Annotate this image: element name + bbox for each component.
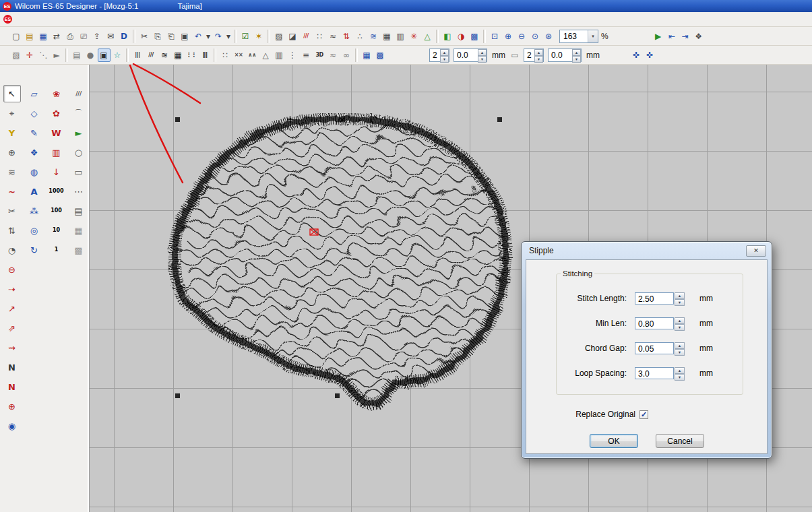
digitize-run-tool[interactable]: ✎ <box>26 124 43 141</box>
motif-d-icon[interactable]: △ <box>259 49 272 62</box>
redo-dropdown-icon[interactable]: ▾ <box>226 30 232 43</box>
menu-view[interactable] <box>37 18 48 21</box>
texture-icon[interactable]: ▩ <box>70 241 88 259</box>
spinner-buttons[interactable]: ▲▼ <box>440 49 449 61</box>
embroidery-design[interactable] <box>165 113 516 416</box>
menu-file[interactable] <box>15 18 26 21</box>
underlay-icon[interactable]: ≡ <box>300 49 313 62</box>
travel-1000-tool[interactable]: 1000 <box>48 183 65 200</box>
travel-start-icon[interactable]: ⇤ <box>665 30 678 43</box>
undo-icon[interactable]: ↶ <box>192 30 205 43</box>
grid-spacing2-input[interactable]: 0.0 ▲▼ <box>548 49 582 62</box>
field-input[interactable]: 2.50 <box>635 292 674 305</box>
grid-size-icon[interactable]: ▭ <box>509 49 522 62</box>
center-design-icon[interactable]: ✜ <box>644 49 656 62</box>
ok-button[interactable]: OK <box>590 434 638 448</box>
menu-image[interactable] <box>91 18 102 21</box>
pattern-stamp-tool[interactable]: ◉ <box>3 417 21 435</box>
satin-dense-icon[interactable]: ‖‖ <box>199 49 212 62</box>
motif-c-icon[interactable]: ∧∧ <box>246 49 259 62</box>
rotate-tool[interactable]: ↻ <box>26 241 43 259</box>
insert-design-icon[interactable]: ▣ <box>179 30 191 43</box>
menu-special[interactable] <box>69 18 80 21</box>
grid-snap-icon[interactable]: ▩ <box>374 49 387 62</box>
window-titlebar[interactable]: ES Wilcom ES-65 Designer - [Mozg-5:1 Taj… <box>0 0 812 12</box>
copy-icon[interactable]: ⎘ <box>152 30 164 43</box>
travel-1-tool[interactable]: 1 <box>48 241 65 259</box>
thread-colors-icon[interactable]: ▩ <box>468 30 481 43</box>
run-stitch-tool[interactable]: ⋯ <box>70 183 88 200</box>
grid-major2-input[interactable]: 2 ▲▼ <box>524 49 544 62</box>
grid-show-icon[interactable]: ▦ <box>361 49 373 62</box>
zoom-box-icon[interactable]: ⊡ <box>489 30 501 43</box>
field-input[interactable]: 3.0 <box>635 367 674 379</box>
export-icon[interactable]: ⇪ <box>91 30 104 43</box>
dialog-close-button[interactable]: ✕ <box>746 245 766 257</box>
zoom-out-icon[interactable]: ⊖ <box>516 30 528 43</box>
field-input[interactable]: 0.80 <box>635 317 674 329</box>
flower-motif-icon[interactable]: ❀ <box>48 85 65 102</box>
magic-wand-icon[interactable]: ✶ <box>253 30 266 43</box>
spinner-buttons[interactable]: ▲▼ <box>534 49 543 61</box>
new-icon[interactable]: ▢ <box>10 30 23 43</box>
globe-tool[interactable]: ◍ <box>26 163 43 181</box>
satin-stitch-icon[interactable]: ◪ <box>286 30 299 43</box>
save-icon[interactable]: ▦ <box>37 30 50 43</box>
stitch-list-icon[interactable]: ▤ <box>71 49 84 62</box>
combo-dropdown-icon[interactable]: ▾ <box>588 30 598 42</box>
cut-icon[interactable]: ✂ <box>138 30 151 43</box>
travel-10-tool[interactable]: 10 <box>48 222 65 239</box>
penetration-tool[interactable]: ↓ <box>48 163 65 181</box>
stem-stitch-icon[interactable]: ≈ <box>327 30 340 43</box>
pan-icon[interactable]: ✜ <box>630 49 643 62</box>
menu-insert[interactable] <box>48 18 59 21</box>
motif-b-icon[interactable]: ×× <box>232 49 245 62</box>
stitch-co-icon[interactable]: ● <box>84 49 97 62</box>
paste-icon[interactable]: ⎗ <box>165 30 178 43</box>
node-edit-tool[interactable]: N <box>3 358 21 376</box>
monogram-tool[interactable]: ⁂ <box>26 202 43 220</box>
rings-icon[interactable]: ∞ <box>340 49 353 62</box>
grid-fill-icon[interactable]: ▦ <box>381 30 394 43</box>
zoom-level-combo[interactable]: 163 ▾ <box>559 30 598 43</box>
column-tool[interactable]: ▥ <box>48 143 65 161</box>
dialog-titlebar[interactable]: Stipple ✕ <box>522 242 772 259</box>
auto-digitize-icon[interactable]: ☑ <box>239 30 252 43</box>
zoom-in-icon[interactable]: ⊕ <box>502 30 515 43</box>
stipple-fill-icon[interactable]: ∴ <box>354 30 367 43</box>
branch-tool[interactable]: Y <box>3 124 21 141</box>
stipple-run-button[interactable]: ▣ <box>98 49 111 62</box>
replace-original-checkbox[interactable]: ✓ <box>639 410 648 419</box>
stitch-arrow-tool[interactable]: ↗ <box>3 300 21 317</box>
motif-e-icon[interactable]: ▥ <box>273 49 286 62</box>
undo-dropdown-icon[interactable]: ▾ <box>206 30 212 43</box>
show-connectors-icon[interactable]: ⋱ <box>37 49 50 62</box>
travel-end-icon[interactable]: ⇥ <box>679 30 691 43</box>
menu-stitch[interactable] <box>59 18 69 21</box>
freehand-select-tool[interactable]: ⌖ <box>3 104 21 122</box>
show-bitmap-icon[interactable]: ▧ <box>10 49 23 62</box>
steps-icon[interactable]: ▦ <box>70 222 88 239</box>
menu-edit[interactable] <box>26 18 37 21</box>
zoom-1to1-icon[interactable]: ⊙ <box>529 30 542 43</box>
closed-shape-tool[interactable]: ◇ <box>26 104 43 122</box>
updown-travel-tool[interactable]: ⇅ <box>3 222 21 239</box>
motif-f-icon[interactable]: ⋮ <box>286 49 299 62</box>
applique-icon[interactable]: △ <box>421 30 434 43</box>
ellipse-tool[interactable]: ○ <box>70 143 88 161</box>
menu-arrange[interactable] <box>80 18 91 21</box>
field-spinner[interactable]: ▲▼ <box>675 367 685 379</box>
selection-handle[interactable] <box>175 117 180 122</box>
zigzag-arrow-tool[interactable]: ⇝ <box>3 339 21 356</box>
squiggle-tool[interactable]: N <box>3 378 21 395</box>
zigzag-tool[interactable]: ≋ <box>3 163 21 181</box>
satin-grid-icon[interactable]: ▦ <box>172 49 185 62</box>
slow-redraw-icon[interactable]: ▶ <box>652 30 664 43</box>
mail-icon[interactable]: ✉ <box>104 30 117 43</box>
shape-tool[interactable]: ❖ <box>26 143 43 161</box>
send-to-machine-icon[interactable]: ⇄ <box>51 30 63 43</box>
field-spinner[interactable]: ▲▼ <box>675 292 685 305</box>
motif-a-icon[interactable]: ∷ <box>219 49 232 62</box>
star-fill-icon[interactable]: ✳ <box>408 30 420 43</box>
threed-icon[interactable]: 3D <box>313 49 326 62</box>
